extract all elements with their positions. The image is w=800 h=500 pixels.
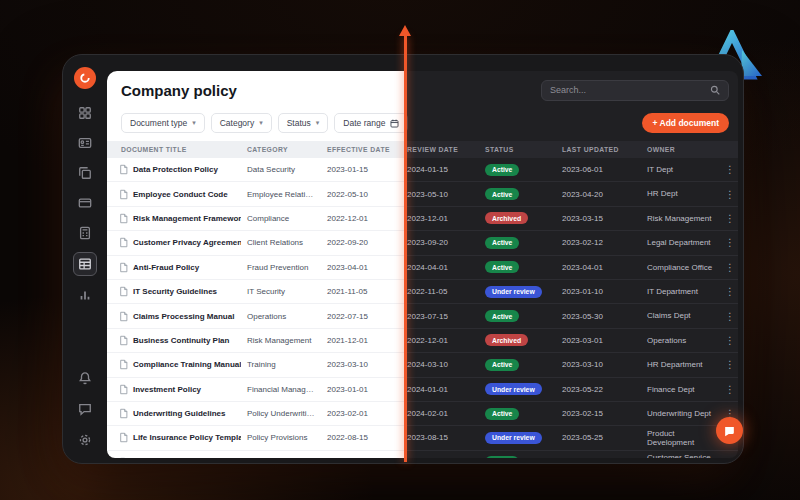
category-cell: Employee Relations (241, 190, 321, 199)
owner-cell: HR Dept (641, 189, 722, 198)
category-cell: IT Security (241, 287, 321, 296)
review-date-cell: 2023-09-20 (401, 238, 479, 247)
status-badge: Active (485, 188, 519, 200)
owner-cell: Finance Dept (641, 385, 722, 394)
app-window: Company policy Document type▾ Category▾ … (62, 54, 744, 464)
last-updated-cell: 2023-02-15 (556, 409, 641, 418)
kebab-menu-icon[interactable]: ⋮ (722, 359, 738, 370)
category-cell: Data Security (241, 165, 321, 174)
effective-date-cell: 2022-09-20 (321, 238, 401, 247)
category-cell: Operations (241, 312, 321, 321)
owner-cell: Customer Service Dept (641, 453, 722, 458)
chart-icon[interactable] (74, 284, 96, 306)
status-badge: Under review (485, 432, 542, 444)
bell-icon[interactable] (74, 367, 96, 389)
kebab-menu-icon[interactable]: ⋮ (722, 311, 738, 322)
last-updated-cell: 2023-05-22 (556, 385, 641, 394)
gear-icon[interactable] (74, 429, 96, 451)
filter-document-type[interactable]: Document type▾ (121, 113, 205, 133)
category-cell: Fraud Prevention (241, 263, 321, 272)
calculator-icon[interactable] (74, 222, 96, 244)
effective-date-cell: 2023-02-01 (321, 409, 401, 418)
document-icon (119, 286, 128, 297)
last-updated-cell: 2023-03-01 (556, 336, 641, 345)
table-icon[interactable] (73, 252, 97, 276)
kebab-menu-icon[interactable]: ⋮ (722, 457, 738, 458)
review-date-cell: 2024-01-01 (401, 385, 479, 394)
kebab-menu-icon[interactable]: ⋮ (722, 262, 738, 273)
chevron-down-icon: ▾ (192, 119, 196, 127)
grid-icon[interactable] (74, 102, 96, 124)
last-updated-cell: 2023-05-25 (556, 433, 641, 442)
effective-date-cell: 2021-12-01 (321, 336, 401, 345)
kebab-menu-icon[interactable]: ⋮ (722, 189, 738, 200)
filter-status[interactable]: Status▾ (278, 113, 329, 133)
category-cell: Training (241, 360, 321, 369)
owner-cell: Claims Dept (641, 311, 722, 320)
effective-date-cell: 2022-08-15 (321, 433, 401, 442)
credit-card-icon[interactable] (74, 192, 96, 214)
review-date-cell: 2024-04-01 (401, 263, 479, 272)
sidebar (63, 55, 107, 463)
col-last-updated: Last updated (556, 146, 641, 153)
kebab-menu-icon[interactable]: ⋮ (722, 164, 738, 175)
owner-cell: Legal Department (641, 238, 722, 247)
documents-icon[interactable] (74, 162, 96, 184)
category-cell: Policy Provisions (241, 433, 321, 442)
last-updated-cell: 2023-05-30 (556, 312, 641, 321)
status-badge: Active (485, 164, 519, 176)
filter-date-range[interactable]: Date range (334, 113, 408, 133)
document-icon (119, 408, 128, 419)
status-badge: Under review (485, 383, 542, 395)
id-card-icon[interactable] (74, 132, 96, 154)
document-icon (119, 311, 128, 322)
page-background: Company policy Document type▾ Category▾ … (0, 0, 800, 500)
document-icon (119, 189, 128, 200)
kebab-menu-icon[interactable]: ⋮ (722, 384, 738, 395)
last-updated-cell: 2023-03-10 (556, 360, 641, 369)
owner-cell: Operations (641, 336, 722, 345)
kebab-menu-icon[interactable]: ⋮ (722, 237, 738, 248)
chat-fab-button[interactable] (716, 417, 743, 444)
add-document-button[interactable]: + Add document (642, 113, 729, 133)
col-document-title: Document title (107, 146, 241, 153)
category-cell: Compliance (241, 214, 321, 223)
comparison-slider[interactable] (404, 36, 407, 462)
document-title: Employee Conduct Code (133, 190, 228, 199)
document-icon (119, 262, 128, 273)
owner-cell: HR Department (641, 360, 722, 369)
category-cell: Policy Underwriting (241, 409, 321, 418)
last-updated-cell: 2023-01-10 (556, 287, 641, 296)
page-title: Company policy (121, 82, 237, 99)
search-field[interactable] (550, 85, 704, 95)
document-title: Customer Privacy Agreement (133, 238, 241, 247)
document-icon (119, 359, 128, 370)
document-icon (119, 164, 128, 175)
search-icon (710, 85, 720, 95)
search-input[interactable] (541, 80, 729, 101)
effective-date-cell: 2023-01-01 (321, 385, 401, 394)
document-icon (119, 213, 128, 224)
status-badge: Under review (485, 286, 542, 298)
last-updated-cell: 2023-06-01 (556, 165, 641, 174)
filter-category[interactable]: Category▾ (211, 113, 272, 133)
document-icon (119, 432, 128, 443)
review-date-cell: 2024-02-01 (401, 409, 479, 418)
document-title: Risk Management Framework (133, 214, 241, 223)
kebab-menu-icon[interactable]: ⋮ (722, 213, 738, 224)
kebab-menu-icon[interactable]: ⋮ (722, 286, 738, 297)
review-date-cell: 2023-05-10 (401, 190, 479, 199)
col-status: Status (479, 146, 556, 153)
document-icon (119, 384, 128, 395)
owner-cell: Compliance Office (641, 263, 722, 272)
document-title: Anti-Fraud Policy (133, 263, 199, 272)
status-badge: Active (485, 456, 519, 458)
effective-date-cell: 2023-03-10 (321, 360, 401, 369)
last-updated-cell: 2023-04-20 (556, 190, 641, 199)
document-title: Life Insurance Policy Template (133, 433, 241, 442)
col-review-date: Review date (401, 146, 479, 153)
chat-icon[interactable] (74, 398, 96, 420)
document-title: Compliance Training Manual (133, 360, 241, 369)
col-owner: Owner (641, 146, 722, 153)
kebab-menu-icon[interactable]: ⋮ (722, 335, 738, 346)
